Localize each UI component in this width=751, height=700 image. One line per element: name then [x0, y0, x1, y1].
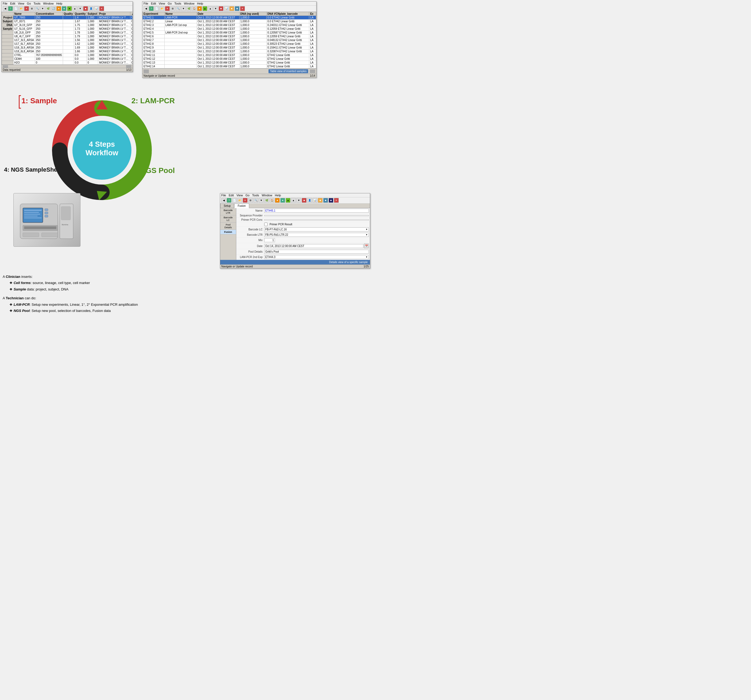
menu-window[interactable]: Window: [43, 2, 54, 5]
tb3-question[interactable]: ?: [227, 198, 232, 203]
tr-col-date[interactable]: Date: [196, 12, 239, 16]
tb2-red1[interactable]: ■: [219, 6, 223, 11]
table-row[interactable]: ET#42.4Oct 1, 2013 12:00:00 AM CEST1,000…: [143, 27, 316, 31]
tb-btn-back[interactable]: ◀: [3, 6, 8, 11]
table-row[interactable]: ET#42.12Oct 1, 2013 12:00:00 AM CEST1,00…: [143, 57, 316, 61]
menu-file2[interactable]: File: [144, 2, 148, 5]
tr-col-ex[interactable]: Ex: [309, 12, 316, 16]
table-row[interactable]: ET#42.7Oct 1, 2013 12:00:00 AM CEST1,000…: [143, 39, 316, 42]
tb2-dn[interactable]: ▼: [213, 6, 218, 11]
tb3-new[interactable]: 📄: [232, 198, 237, 203]
nav-barcode-lc[interactable]: BarcodeLC: [220, 215, 236, 223]
tr-col-name[interactable]: Name: [164, 12, 196, 16]
table-row[interactable]: ET#42.1LAM-PCROct 1, 2013 12:00:00 AM CE…: [143, 16, 316, 20]
name-input[interactable]: ET#45.1: [264, 209, 369, 213]
col-header-conc[interactable]: Concentration: [35, 12, 63, 16]
tb-btn-star[interactable]: ★: [56, 6, 61, 11]
tb3-dn[interactable]: ▼: [297, 198, 301, 203]
menu-go3[interactable]: Go: [246, 194, 249, 197]
table-row[interactable]: CEM41000.01,000MONKEY BRAIN LV TREATED 1…: [2, 57, 133, 61]
tb3-x[interactable]: ✕: [243, 198, 247, 203]
tb2-new[interactable]: 📄: [154, 6, 159, 11]
tb2-star1[interactable]: ★: [197, 6, 202, 11]
menu-go2[interactable]: Go: [168, 2, 172, 5]
table-row[interactable]: U18_3L9_ARSA2501.691,000MONKEY BRAIN LV …: [2, 46, 133, 49]
tr-col-exp[interactable]: Experiment: [143, 12, 165, 16]
tb3-red[interactable]: ■: [302, 198, 307, 203]
tb3-back[interactable]: ◀: [221, 198, 226, 203]
menu-file3[interactable]: File: [221, 194, 226, 197]
table-row[interactable]: ET#42.5LAM-PCR 2nd expOct 1, 2013 12:00:…: [143, 31, 316, 35]
tb-btn-green2[interactable]: ●: [67, 6, 72, 11]
table-row[interactable]: H2O00.00MONKEY BRAIN LV TREATED 1...GRIT: [2, 61, 133, 65]
table-row[interactable]: ET#42.11Oct 1, 2013 12:00:00 AM CEST1,00…: [143, 53, 316, 57]
lam-pcr-dropdown[interactable]: ET#44.3 ▼: [264, 255, 369, 259]
table-row[interactable]: DNAU7_3L19_GFP2501.751,000MONKEY BRAIN L…: [2, 23, 133, 27]
mix-input[interactable]: 1: [264, 238, 275, 242]
menu-tools3[interactable]: Tools: [252, 194, 259, 197]
table-row[interactable]: U17_6L7_ARSA2501.621,000MONKEY BRAIN LV …: [2, 42, 133, 46]
nav-barcode-ltr[interactable]: BarcodeLTR: [220, 208, 236, 215]
table-row[interactable]: ET#42.14Oct 1, 2013 12:00:00 AM CEST1,00…: [143, 65, 316, 68]
col-header-qty[interactable]: Quantity: [74, 12, 87, 16]
menu-tools[interactable]: Tools: [34, 2, 40, 5]
table-row[interactable]: ET#42.13Oct 1, 2013 12:00:00 AM CEST1,00…: [143, 61, 316, 65]
tb-btn-tree[interactable]: 🌿: [46, 6, 50, 11]
tb3-up[interactable]: ▲: [291, 198, 296, 203]
table-row[interactable]: U8_2L8_GFP2501.781,000MONKEY BRAIN LV TR…: [2, 31, 133, 35]
table-row[interactable]: ET#42.8Oct 1, 2013 12:00:00 AM CEST1,000…: [143, 42, 316, 46]
h-scrollbar[interactable]: [2, 65, 133, 68]
tb2-search[interactable]: 🔍: [176, 6, 181, 11]
tb2-orange[interactable]: ■: [229, 6, 234, 11]
primerpcrconc-input[interactable]: [264, 219, 369, 221]
menu-view2[interactable]: View: [159, 2, 165, 5]
tb3-blue2[interactable]: ■: [329, 198, 334, 203]
tb-btn-open[interactable]: 📂: [19, 6, 23, 11]
tb-btn-refresh[interactable]: 🔄: [51, 6, 56, 11]
tb-btn-close[interactable]: ✕: [99, 6, 104, 11]
menu-edit3[interactable]: Edit: [229, 194, 234, 197]
tb-btn-new[interactable]: 📄: [14, 6, 18, 11]
tb-btn-search[interactable]: 🔍: [35, 6, 40, 11]
seqprov-input[interactable]: [264, 215, 369, 216]
tb2-blue[interactable]: ■: [235, 6, 240, 11]
menu-help3[interactable]: Help: [275, 194, 281, 197]
table-row[interactable]: SubjectUT_83712501.671,000MONKEY BRAIN L…: [2, 20, 133, 23]
tb2-house[interactable]: 🏠: [192, 6, 196, 11]
col-header-name[interactable]: Name: [14, 12, 35, 16]
table-row[interactable]: ProjectUT_78652501.41,000MONKEY BRAIN LV…: [2, 16, 133, 20]
menu-tools2[interactable]: Tools: [175, 2, 181, 5]
tb-btn-green1[interactable]: ●: [62, 6, 66, 11]
tb3-chart[interactable]: 📊: [312, 198, 317, 203]
tr-col-vcn[interactable]: DNA VCNplate_barcode: [267, 12, 309, 16]
tb2-filter[interactable]: ▼: [181, 6, 186, 11]
tb2-x[interactable]: ✕: [165, 6, 170, 11]
table-row[interactable]: U18_6L8_ARSA2501.661,000MONKEY BRAIN LV …: [2, 49, 133, 53]
tb-btn-grid[interactable]: ⊞: [29, 6, 34, 11]
tb3-orange[interactable]: ■: [318, 198, 323, 203]
tb2-chart[interactable]: 📊: [224, 6, 229, 11]
tb3-star[interactable]: ★: [275, 198, 280, 203]
barcode-ltr-dropdown[interactable]: FB-P5-Rd1-LTR.22 ▼: [264, 233, 369, 237]
tab-fusion[interactable]: Fusion: [234, 204, 249, 208]
table-row[interactable]: U8_4L7_GFP2501.791,000MONKEY BRAIN LV TR…: [2, 35, 133, 39]
date-picker-btn[interactable]: 📅: [364, 244, 369, 248]
tr-col-dna[interactable]: DNA (ng used): [240, 12, 267, 16]
tb2-question[interactable]: ?: [149, 6, 154, 11]
tb2-up[interactable]: ▲: [208, 6, 213, 11]
tb-btn-x[interactable]: ✕: [24, 6, 29, 11]
menu-window3[interactable]: Window: [262, 194, 272, 197]
tb-btn-chart[interactable]: 📊: [94, 6, 99, 11]
tb3-grid[interactable]: ⊞: [248, 198, 253, 203]
pool-details-input[interactable]: Gritti's Pool: [264, 250, 369, 254]
table-row[interactable]: ET#42.10Oct 1, 2013 12:00:00 AM CEST1,00…: [143, 49, 316, 53]
tb-btn-person[interactable]: 👤: [88, 6, 93, 11]
table-row[interactable]: CTRL-767.059999999999950.01,000MONKEY BR…: [2, 53, 133, 57]
scroll-left[interactable]: [144, 70, 149, 73]
tb-btn-arrow-up[interactable]: ▲: [73, 6, 77, 11]
tb3-green2[interactable]: ▲: [286, 198, 291, 203]
tb2-open[interactable]: 📂: [159, 6, 164, 11]
menu-help2[interactable]: Help: [197, 2, 203, 5]
tb3-tree[interactable]: 🌿: [264, 198, 269, 203]
tb3-green1[interactable]: ●: [280, 198, 285, 203]
